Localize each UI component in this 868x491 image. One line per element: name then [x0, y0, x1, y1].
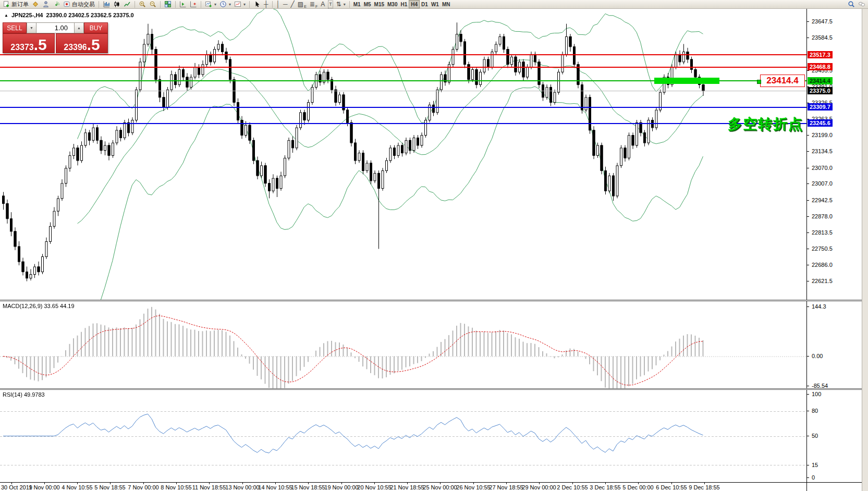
- rsi-tick-label: 80: [812, 408, 818, 414]
- bar-chart-icon: [103, 1, 110, 8]
- price-tick-label: 22942.5: [812, 197, 833, 203]
- price-tick-label: 22621.5: [812, 278, 833, 284]
- vertical-line-button[interactable]: │: [275, 0, 282, 8]
- price-box-annotation[interactable]: 23414.4: [760, 75, 805, 87]
- price-tick-label: 22686.0: [812, 262, 833, 268]
- chat-button[interactable]: [857, 0, 867, 8]
- tf-m15-button-label: M15: [374, 2, 384, 7]
- axis-tick-mark: [807, 411, 809, 411]
- rsi-tick-label: 100: [812, 391, 821, 397]
- axis-tick-mark: [807, 477, 809, 478]
- tf-m5-button[interactable]: M5: [362, 0, 373, 8]
- volume-down-button[interactable]: ▼: [27, 22, 36, 33]
- community-button[interactable]: [41, 0, 51, 8]
- sell-price-panel[interactable]: 23373 .5: [3, 33, 55, 53]
- person-icon: [42, 1, 50, 8]
- tf-h4-button-label: H4: [411, 2, 418, 7]
- rsi-canvas[interactable]: [0, 390, 806, 482]
- crosshair-button[interactable]: ┼: [262, 0, 270, 8]
- tf-w1-button[interactable]: W1: [430, 0, 441, 8]
- trendline-button[interactable]: ╱: [289, 0, 296, 8]
- new-chart-button[interactable]: ▾: [203, 0, 218, 8]
- arrows-icon: ⇅: [336, 1, 341, 8]
- linechart-button[interactable]: [122, 0, 132, 8]
- tf-d1-button[interactable]: D1: [420, 0, 430, 8]
- search-button[interactable]: [846, 0, 857, 8]
- zoom-out-button[interactable]: [148, 0, 158, 8]
- price-tick-label: 23007.0: [812, 180, 833, 187]
- buy-price-panel[interactable]: 23396 .5: [56, 33, 108, 53]
- time-label: 2 Dec 10:55: [557, 484, 588, 490]
- window-edge-strip: [862, 9, 868, 491]
- equidistant-channel-button[interactable]: ▨E: [296, 0, 308, 8]
- chart-shift-icon: [190, 1, 197, 8]
- tf-h1-button[interactable]: H1: [399, 0, 409, 8]
- candlestick-button[interactable]: [112, 0, 122, 8]
- tf-d1-button-label: D1: [421, 2, 428, 7]
- barchart-button[interactable]: [101, 0, 112, 8]
- volume-up-button[interactable]: ▲: [74, 22, 84, 33]
- turning-point-text-annotation[interactable]: 多空转折点: [728, 115, 803, 133]
- axis-tick-mark: [807, 356, 809, 357]
- macd-label: MACD(12,26,9) 33.65 44.19: [3, 303, 75, 309]
- autotrade-button[interactable]: 自动交易: [62, 0, 96, 8]
- text-icon: A: [321, 1, 325, 8]
- axis-tick-mark: [807, 151, 809, 152]
- indicators-button[interactable]: ▾: [233, 0, 247, 8]
- rsi-axis[interactable]: 1008050150: [806, 390, 862, 482]
- text-label-button[interactable]: T: [326, 0, 335, 8]
- highlight-bar-annotation[interactable]: [654, 78, 719, 84]
- buy-button[interactable]: BUY: [84, 22, 108, 33]
- signals-button[interactable]: [51, 0, 62, 8]
- signal-icon: [53, 1, 60, 8]
- time-label: 21 Nov 18:55: [390, 484, 424, 490]
- price-axis[interactable]: 23647.523584.523455.523391.023326.523263…: [806, 9, 862, 300]
- arrows-button[interactable]: ⇅▾: [335, 0, 347, 8]
- text-button[interactable]: A: [319, 0, 326, 8]
- tf-m1-button[interactable]: M1: [352, 0, 362, 8]
- macd-tick-label: 144.3: [812, 303, 826, 310]
- zoom-in-icon: [139, 1, 146, 8]
- chart-shift-button[interactable]: [188, 0, 199, 8]
- cursor-button[interactable]: [252, 0, 262, 8]
- new-order-button[interactable]: 新订单: [1, 0, 30, 8]
- tf-m15-button[interactable]: M15: [373, 0, 386, 8]
- zoom-in-button[interactable]: [137, 0, 148, 8]
- new-chart-icon: [205, 1, 212, 8]
- sell-price-main: 23373: [10, 39, 34, 56]
- rsi-tick-label: 0: [812, 474, 815, 481]
- axis-tick-mark: [807, 265, 809, 265]
- axis-tick-mark: [807, 465, 809, 465]
- fibonacci-icon: ≣: [310, 1, 315, 8]
- toolbar-separator: [249, 1, 250, 8]
- time-label: 11 Nov 18:55: [192, 484, 226, 490]
- macd-axis[interactable]: 144.30.00-85.54: [806, 301, 862, 388]
- toolbar-separator: [135, 1, 135, 8]
- price-tick-label: 23070.0: [812, 165, 833, 171]
- macd-canvas[interactable]: [0, 301, 806, 388]
- volume-input[interactable]: [36, 22, 74, 33]
- vertical-line-icon: │: [276, 1, 280, 8]
- auto-scroll-button[interactable]: [178, 0, 188, 8]
- collapse-triangle-icon[interactable]: ▲: [4, 13, 8, 18]
- styles-button[interactable]: [30, 0, 41, 8]
- tf-h4-button[interactable]: H4: [409, 0, 420, 8]
- axis-tick-mark: [807, 70, 809, 71]
- time-label: 5 Nov 18:55: [94, 484, 125, 490]
- horizontal-line-button[interactable]: ─: [282, 0, 289, 8]
- periods-button[interactable]: ▾: [218, 0, 233, 8]
- tile-windows-button[interactable]: [163, 0, 173, 8]
- price-tick-label: 22750.5: [812, 246, 833, 252]
- price-chart-canvas[interactable]: [0, 9, 806, 300]
- corner-letter: F: [315, 5, 317, 8]
- fibonacci-button[interactable]: ≣F: [308, 0, 319, 8]
- tf-mn-button[interactable]: MN: [441, 0, 452, 8]
- tf-m30-button[interactable]: M30: [386, 0, 399, 8]
- autotrade-button-label: 自动交易: [72, 1, 95, 8]
- axis-tick-mark: [807, 232, 809, 233]
- tf-h1-button-label: H1: [400, 2, 407, 7]
- sell-button[interactable]: SELL: [3, 22, 27, 33]
- time-axis[interactable]: 30 Oct 20191 Nov 00:004 Nov 10:555 Nov 1…: [0, 482, 868, 491]
- chart-title: ▲ JPN225-,H4 23390.0 23402.5 23362.5 233…: [4, 12, 134, 18]
- time-label: 19 Nov 00:00: [324, 484, 358, 490]
